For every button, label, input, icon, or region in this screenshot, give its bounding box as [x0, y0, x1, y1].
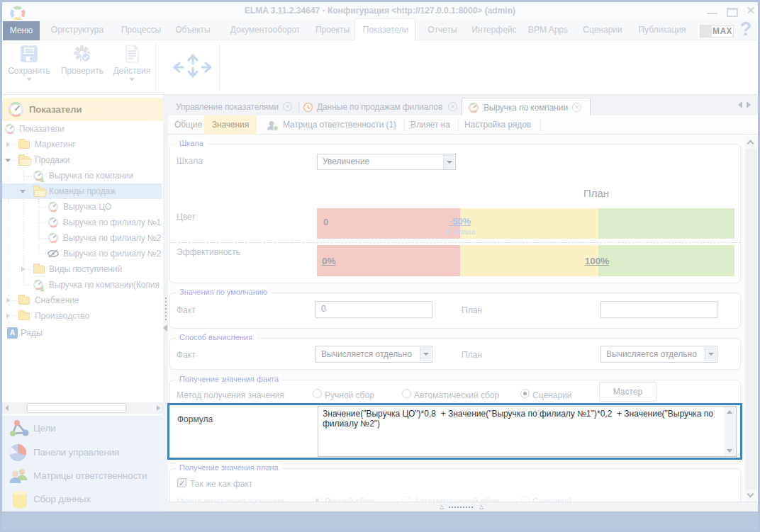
tree-item-vyruchka-filial-1[interactable]: Выручка по филиалу №1 [2, 215, 163, 230]
tab-bpm-apps[interactable]: BPM Apps [528, 20, 568, 40]
nav-up-down-arrows[interactable] [185, 51, 201, 81]
help-icon[interactable]: ? [738, 19, 754, 40]
tab-processy[interactable]: Процессы [121, 20, 161, 40]
tab-pokazateli[interactable]: Показатели [363, 20, 409, 40]
subtab-nastroyka-ryadov[interactable]: Настройка рядов [464, 115, 531, 135]
scroll-down-icon[interactable] [727, 449, 732, 453]
tabs-scroll-left-icon[interactable] [738, 101, 742, 108]
same-as-fact-checkbox[interactable]: ✓ [177, 478, 186, 487]
dropdown-button[interactable] [705, 347, 716, 361]
tab-orgstruktura[interactable]: Оргструктура [51, 20, 104, 40]
doc-tab-dannye-po-prodazham[interactable]: Данные по продажам филиалов [317, 98, 442, 116]
tree-item-komandy-prodazh[interactable]: Команды продаж [2, 183, 162, 199]
expand-icon[interactable] [21, 266, 25, 272]
formula-row-focus[interactable]: Формула Значение("Выручка ЦО")*0,8 + Зна… [167, 403, 742, 460]
tree-horizontal-scrollbar[interactable] [2, 402, 163, 414]
radio-label[interactable]: Ручной сбор [325, 497, 374, 502]
sidebar-item-ryady[interactable]: A Ряды [2, 324, 163, 341]
splitter-handle[interactable]: △ △ [440, 504, 488, 511]
same-as-fact-label[interactable]: Так же как факт [190, 479, 252, 489]
scroll-up-icon[interactable] [727, 410, 732, 414]
tab-otchety[interactable]: Отчеты [428, 20, 457, 40]
tree-item-prodazhi[interactable]: Продажи [2, 152, 163, 168]
tab-proekty[interactable]: Проекты [315, 20, 350, 40]
close-tab-icon[interactable]: ✕ [572, 103, 581, 112]
menu-button[interactable]: Меню [3, 21, 40, 40]
tab-interfeys[interactable]: Интерфейс [471, 20, 516, 40]
formula-textarea[interactable]: Значение("Выручка ЦО")*0,8 + Значение("В… [318, 406, 737, 457]
efficiency-100-threshold[interactable]: 100% [585, 256, 610, 266]
scroll-down-button[interactable] [745, 489, 757, 502]
expand-icon[interactable] [6, 142, 10, 147]
scrollbar-thumb[interactable] [27, 403, 126, 413]
tree-item-vyruchka-kopiya[interactable]: Выручка по компании(Копия [2, 277, 163, 293]
scroll-up-button[interactable] [745, 137, 757, 149]
horizontal-splitter[interactable]: △ △ [168, 502, 758, 511]
nav-right-arrow[interactable] [201, 60, 218, 74]
subtab-vliyaet-na[interactable]: Влияет на [410, 115, 450, 135]
tree-item-marketing[interactable]: Маркетинг [2, 137, 163, 152]
content-vertical-scrollbar[interactable] [745, 137, 757, 502]
tab-dokumentooborot[interactable]: Документооборот [230, 20, 301, 40]
radio-label[interactable]: Сценарий [532, 497, 571, 502]
radio-label[interactable]: Автоматический сбор [414, 390, 499, 400]
nav-left-arrow[interactable] [167, 60, 184, 74]
tab-obekty[interactable]: Объекты [175, 20, 211, 40]
minus50-threshold[interactable]: -50% от плана [445, 216, 476, 236]
scroll-left-button[interactable] [2, 402, 12, 414]
plan-calc-select[interactable]: Вычисляется отдельно [600, 346, 717, 363]
fact-default-input[interactable]: 0 [315, 301, 432, 318]
tabs-scroll-right-icon[interactable] [747, 101, 751, 108]
tab-publikaciya[interactable]: Публикация [638, 20, 686, 40]
radio-avtomaticheskiy-sbor[interactable] [402, 389, 411, 398]
radio-avtomaticheskiy-sbor[interactable] [402, 496, 411, 502]
dropdown-button[interactable] [420, 347, 431, 361]
doc-tab-upravlenie[interactable]: Управление показателями [176, 98, 279, 116]
tab-scenarii[interactable]: Сценарии [583, 20, 622, 40]
scroll-right-button[interactable] [153, 402, 163, 414]
radio-label[interactable]: Сценарий [532, 390, 571, 400]
expand-icon[interactable] [6, 313, 10, 319]
close-tab-icon[interactable]: ✕ [448, 102, 457, 111]
minimize-button[interactable] [707, 13, 717, 14]
tree-item-vyruchka-po-kompanii[interactable]: Выручка по компании [2, 168, 163, 183]
fact-calc-select[interactable]: Вычисляется отдельно [315, 346, 432, 363]
dropdown-button[interactable] [443, 155, 454, 169]
subtab-matrica-otvetstvennosti[interactable]: Матрица ответственности (1) [283, 115, 396, 135]
close-button[interactable]: ✕ [745, 4, 756, 17]
radio-ruchnoy-sbor[interactable] [313, 389, 322, 398]
collapse-sidebar-icon[interactable] [163, 324, 167, 332]
sidebar-item-matricy-otvetstvennosti[interactable]: Матрицы ответственности [2, 464, 163, 487]
tree-item-snabzhenie[interactable]: Снабжение [2, 293, 163, 308]
maximize-button[interactable] [727, 8, 738, 17]
threshold-value[interactable]: -50% [445, 216, 476, 227]
tree-item-pokazateli-root[interactable]: Показатели [2, 121, 163, 137]
tree-item-vyruchka-co[interactable]: Выручка ЦО [2, 199, 163, 215]
plan-default-input[interactable] [600, 301, 717, 318]
tree-item-proizvodstvo[interactable]: Производство [2, 308, 163, 324]
sidebar-item-celi[interactable]: Цели [2, 417, 163, 440]
radio-label[interactable]: Ручной сбор [325, 390, 374, 400]
actions-button[interactable]: Действия [110, 43, 154, 92]
formula-text[interactable]: Значение("Выручка ЦО")*0,8 + Значение("В… [318, 407, 724, 456]
save-button[interactable]: Сохранить [6, 43, 52, 92]
close-tab-icon[interactable]: ✕ [283, 102, 292, 111]
radio-label[interactable]: Автоматический сбор [414, 497, 499, 502]
efficiency-0-threshold[interactable]: 0% [322, 256, 336, 266]
subtab-znacheniya[interactable]: Значения [204, 115, 257, 135]
sidebar-item-paneli-upravleniya[interactable]: Панели управления [2, 441, 163, 464]
sidebar-item-sbor-dannyh[interactable]: Сбор данных [2, 487, 163, 511]
splitter-grip[interactable] [165, 298, 167, 320]
master-button[interactable]: Мастер [599, 382, 656, 402]
expand-icon[interactable] [6, 298, 10, 303]
radio-scenariy[interactable] [520, 496, 530, 502]
formula-scrollbar[interactable] [724, 407, 736, 456]
tree-item-vyruchka-filial-2[interactable]: Выручка по филиалу №2 [2, 230, 163, 246]
tree-item-vyruchka-filial-2-hidden[interactable]: Выручка по филиалу №2 [2, 246, 163, 261]
doc-tab-vyruchka-active[interactable]: Выручка по компании ✕ [462, 98, 591, 115]
collapse-icon[interactable] [5, 159, 11, 162]
tree-item-vidy-postupleniy[interactable]: Виды поступлений [2, 261, 163, 277]
subtab-obshchie[interactable]: Общие [174, 115, 202, 135]
radio-scenariy[interactable] [520, 389, 530, 398]
radio-ruchnoy-sbor[interactable] [313, 496, 322, 502]
